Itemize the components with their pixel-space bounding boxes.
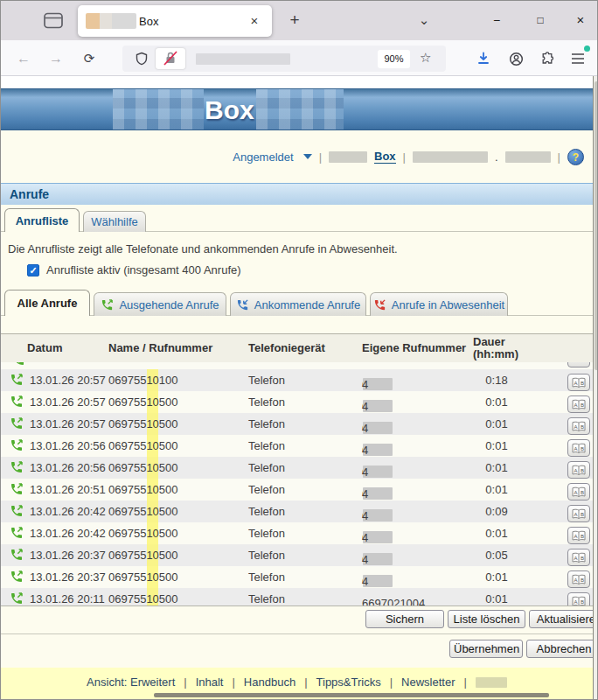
call-list-description: Die Anrufliste zeigt alle Telefonate und…: [8, 242, 398, 256]
filter-tabstrip: Alle Anrufe Ausgehende Anrufe: [1, 290, 593, 316]
menu-hamburger-icon[interactable]: [567, 48, 588, 69]
add-to-phonebook-button[interactable]: A B: [567, 374, 590, 391]
dropdown-triangle-icon[interactable]: [303, 154, 312, 159]
masthead-blur-left: [113, 89, 204, 130]
call-table-row: 13.01.26 20:57 06975510500 Telefon 6964 …: [1, 413, 593, 435]
outgoing-call-icon: [10, 373, 24, 387]
call-table-row: 13.01.26 20:57 06975510500 Telefon 6964 …: [1, 391, 593, 413]
list-tabs-chevron-icon[interactable]: ⌄: [414, 10, 435, 32]
user-name-blurred: [413, 151, 488, 163]
footer-link[interactable]: Tipps&Tricks: [316, 676, 381, 689]
call-number: 06975510500: [108, 505, 178, 518]
filter-tab-abwesenheit[interactable]: Anrufe in Abwesenheit: [370, 292, 508, 316]
outgoing-call-icon: [10, 592, 24, 606]
account-icon[interactable]: [505, 48, 526, 69]
refresh-button[interactable]: Aktualisieren: [529, 610, 593, 628]
filter-tab-label: Anrufe in Abwesenheit: [392, 298, 504, 312]
tracking-protection-shield-icon[interactable]: [135, 52, 149, 66]
logged-in-dropdown[interactable]: Angemeldet: [233, 150, 293, 164]
tab-close-icon[interactable]: ×: [246, 12, 263, 30]
back-button[interactable]: ←: [12, 47, 35, 70]
filter-tab-label: Ausgehende Anrufe: [119, 298, 219, 312]
footer-link[interactable]: Inhalt: [196, 676, 224, 689]
call-number: 06975510500: [108, 549, 178, 562]
add-to-phonebook-button[interactable]: A B: [567, 570, 590, 588]
footer-link-blurred: [476, 677, 507, 688]
apply-button[interactable]: Übernehmen: [449, 640, 523, 658]
cancel-button[interactable]: Abbrechen: [526, 640, 593, 658]
add-to-phonebook-button[interactable]: [567, 362, 590, 368]
firefox-view-icon[interactable]: [43, 11, 64, 30]
masthead-blur-right: [256, 89, 344, 130]
call-device: Telefon: [248, 396, 285, 409]
call-device: Telefon: [248, 439, 285, 452]
call-number: 06975510500: [108, 570, 178, 584]
call-table-row: 13.01.26 20:51 06975510500 Telefon 6964 …: [1, 479, 593, 500]
window-maximize-button[interactable]: □: [527, 8, 553, 32]
call-list-active-row: ✓ Anrufliste aktiv (insgesamt 400 Anrufe…: [27, 263, 241, 276]
call-table-row: 13.01.26 20:42 06975510500 Telefon 6964 …: [1, 500, 593, 522]
call-duration: 0:01: [462, 527, 532, 540]
call-duration: 0:01: [462, 417, 532, 430]
add-to-phonebook-button[interactable]: A B: [567, 527, 590, 544]
new-tab-button[interactable]: +: [283, 9, 306, 32]
save-button[interactable]: Sichern: [365, 610, 444, 628]
separator: |: [558, 150, 560, 164]
filter-tab-alle-anrufe[interactable]: Alle Anrufe: [4, 290, 90, 316]
filter-tab-label: Alle Anrufe: [17, 297, 78, 310]
add-to-phonebook-button[interactable]: A B: [567, 483, 590, 500]
insecure-lock-icon[interactable]: [156, 48, 185, 69]
horizontal-scrollbar-thumb[interactable]: [154, 693, 549, 697]
outgoing-call-icon: [10, 416, 24, 430]
reload-button[interactable]: ⟳: [78, 47, 101, 70]
call-table-row: 13.01.26 20:56 06975510500 Telefon 6964 …: [1, 457, 593, 479]
filter-tab-ausgehende[interactable]: Ausgehende Anrufe: [94, 292, 226, 316]
forward-button[interactable]: →: [45, 47, 67, 70]
add-to-phonebook-button[interactable]: A B: [567, 461, 590, 479]
downloads-icon[interactable]: [473, 48, 494, 69]
svg-text:B: B: [581, 424, 584, 430]
window-close-button[interactable]: ×: [567, 8, 594, 32]
add-to-phonebook-button[interactable]: A B: [567, 549, 590, 566]
call-date: 13.01.26 20:57: [30, 417, 106, 430]
svg-text:B: B: [581, 512, 584, 517]
separator: |: [232, 676, 234, 689]
call-number: 06975510500: [108, 527, 178, 540]
url-bar[interactable]: 90% ☆: [122, 46, 446, 72]
window-minimize-button[interactable]: −: [483, 8, 510, 32]
footer-link[interactable]: Newsletter: [401, 676, 455, 689]
zoom-level-badge[interactable]: 90%: [378, 50, 410, 68]
svg-text:A: A: [574, 599, 578, 605]
footer-link[interactable]: Handbuch: [244, 676, 296, 689]
separator: |: [390, 676, 393, 689]
add-to-phonebook-button[interactable]: A B: [567, 396, 590, 413]
delete-list-button[interactable]: Liste löschen: [448, 610, 525, 628]
add-to-phonebook-button[interactable]: A B: [567, 417, 590, 435]
call-table-row: 13.01.26 20:42 06975510500 Telefon 6964 …: [1, 522, 593, 544]
add-to-phonebook-button[interactable]: A B: [567, 592, 590, 606]
session-bar: Angemeldet | Box | . | ?: [233, 148, 584, 165]
filter-tab-ankommende[interactable]: Ankommende Anrufe: [230, 292, 366, 316]
call-number: 06975510500: [108, 396, 178, 409]
box-link[interactable]: Box: [374, 150, 396, 164]
vertical-scrollbar-thumb[interactable]: [595, 81, 598, 370]
browser-tab[interactable]: Box ×: [78, 5, 272, 37]
call-device: Telefon: [248, 505, 285, 518]
tab-anrufliste[interactable]: Anrufliste: [4, 208, 80, 232]
tab-waehlhilfe[interactable]: Wählhilfe: [83, 211, 146, 232]
call-duration: 0:18: [462, 374, 532, 387]
call-table-row: 13.01.26 20:11 06975510500 Telefon 66970…: [1, 588, 593, 606]
footer-link[interactable]: Ansicht: Erweitert: [87, 676, 175, 689]
call-date: 13.01.26 20:57: [30, 374, 106, 387]
bookmark-star-icon[interactable]: ☆: [420, 50, 431, 66]
vertical-scrollbar[interactable]: [593, 76, 598, 700]
add-to-phonebook-button[interactable]: A B: [567, 505, 590, 522]
extensions-icon[interactable]: [537, 48, 558, 69]
add-to-phonebook-button[interactable]: A B: [567, 439, 590, 457]
call-list-active-checkbox[interactable]: ✓: [27, 264, 39, 276]
svg-text:A: A: [574, 402, 578, 408]
call-device: Telefon: [248, 570, 285, 584]
svg-text:B: B: [581, 381, 584, 386]
call-table-row: 13.01.26 20:57 06975510100 Telefon 6964 …: [1, 369, 593, 391]
help-icon[interactable]: ?: [567, 149, 584, 165]
